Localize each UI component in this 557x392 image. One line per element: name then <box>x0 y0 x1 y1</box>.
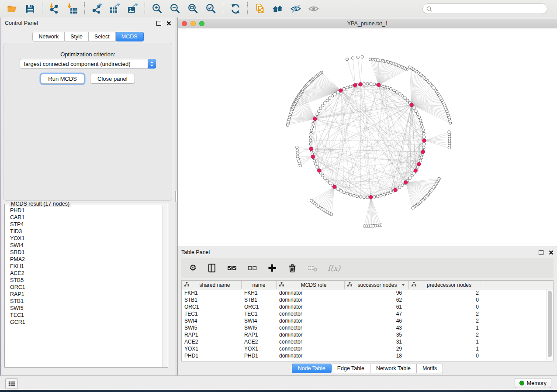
control-panel-header: Control Panel <box>1 17 175 29</box>
table-row[interactable]: STB1STB1dominator620 <box>182 296 553 303</box>
delete-row-icon[interactable] <box>287 263 297 273</box>
save-session-icon[interactable] <box>24 3 36 15</box>
table-row[interactable]: PHD1PHD1dominator180 <box>182 352 553 359</box>
table-row[interactable]: TEC1TEC1connector472 <box>182 310 553 317</box>
tab-motifs[interactable]: Motifs <box>417 364 443 373</box>
mcds-result-item[interactable]: TEC1 <box>10 312 162 319</box>
tab-edge-table[interactable]: Edge Table <box>332 364 370 373</box>
optimization-criterion-label: Optimization criterion: <box>4 51 172 58</box>
mcds-result-item[interactable]: YOX1 <box>10 235 162 242</box>
column-header-shared-name[interactable]: shared name <box>182 281 242 289</box>
float-panel-icon[interactable] <box>539 250 543 255</box>
mcds-result-item[interactable]: FKH1 <box>10 263 162 270</box>
optimization-criterion-select[interactable]: largest connected component (undirected) <box>20 59 156 69</box>
import-table-icon[interactable] <box>66 3 78 15</box>
sort-desc-icon <box>401 284 405 286</box>
select-stepper-icon <box>148 59 156 69</box>
export-image-icon[interactable] <box>127 3 138 15</box>
tab-network[interactable]: Network <box>32 32 65 41</box>
mcds-result-item[interactable]: PMA2 <box>10 256 162 263</box>
panel-splitter[interactable] <box>175 17 178 375</box>
import-network-icon[interactable] <box>48 3 60 15</box>
first-neighbors-icon[interactable] <box>272 3 284 15</box>
mcds-list-scrollbar[interactable] <box>162 205 167 367</box>
mcds-result-item[interactable]: SRD1 <box>10 249 162 256</box>
tab-network-table[interactable]: Network Table <box>370 364 417 373</box>
tab-select[interactable]: Select <box>89 32 116 41</box>
table-row[interactable]: YOX1YOX1connector291 <box>182 345 553 352</box>
table-row[interactable]: FKH1FKH1dominator962 <box>182 289 553 296</box>
table-row[interactable]: SWI5SWI5connector431 <box>182 324 553 331</box>
cell-successor-nodes: 61 <box>345 304 409 310</box>
add-row-icon[interactable] <box>267 263 277 273</box>
cell-MCDS-role: dominator <box>277 318 345 324</box>
zoom-in-icon[interactable] <box>151 3 163 15</box>
copy-document-icon[interactable] <box>254 3 266 15</box>
mcds-result-group: MCDS result (17 nodes) PHD1CAR1STP4TID3Y… <box>4 204 168 368</box>
zoom-out-icon[interactable] <box>169 3 181 15</box>
zoom-selected-icon[interactable] <box>205 3 217 15</box>
export-network-icon[interactable] <box>91 3 103 15</box>
network-window-titlebar[interactable]: YPA_prune.txt_1 <box>178 19 557 28</box>
mcds-result-item[interactable]: ORC1 <box>10 284 162 291</box>
column-header-predecessor-nodes[interactable]: predecessor nodes <box>409 281 483 289</box>
select-all-checkboxes-icon[interactable] <box>227 263 237 273</box>
refresh-icon[interactable] <box>229 3 241 15</box>
mcds-result-item[interactable]: SWI4 <box>10 242 162 249</box>
mcds-result-item[interactable]: PHD1 <box>10 207 162 214</box>
mcds-result-list[interactable]: PHD1CAR1STP4TID3YOX1SWI4SRD1PMA2FKH1ACE2… <box>5 207 162 367</box>
desktop-wallpaper-strip <box>0 390 557 392</box>
cell-successor-nodes: 35 <box>345 332 409 338</box>
mcds-result-item[interactable]: SWI5 <box>10 305 162 312</box>
table-row[interactable]: ACE2ACE2connector311 <box>182 338 553 345</box>
mcds-result-item[interactable]: ACE2 <box>10 270 162 277</box>
hide-selected-icon[interactable] <box>290 3 301 15</box>
scrollbar-thumb[interactable] <box>548 291 552 357</box>
cell-predecessor-nodes: 0 <box>409 304 483 310</box>
network-canvas[interactable] <box>178 28 557 246</box>
toolbar-group <box>85 3 145 15</box>
table-row[interactable]: ORC1ORC1dominator610 <box>182 303 553 310</box>
network-graph[interactable] <box>178 28 557 246</box>
settings-gear-icon[interactable]: ⚙ <box>189 263 197 273</box>
cell-predecessor-nodes: 1 <box>409 325 483 331</box>
table-row[interactable]: SWI4SWI4dominator462 <box>182 317 553 324</box>
close-panel-icon[interactable] <box>166 21 171 26</box>
splitter-handle[interactable] <box>175 191 177 202</box>
window-close-icon[interactable] <box>182 21 187 26</box>
table-panel-title: Table Panel <box>181 249 539 255</box>
mcds-result-item[interactable]: GCR1 <box>10 319 162 326</box>
column-header-name[interactable]: name <box>242 281 277 289</box>
mcds-result-item[interactable]: STB1 <box>10 298 162 305</box>
column-header-successor-nodes[interactable]: successor nodes <box>345 281 409 289</box>
panel-list-button[interactable] <box>5 378 18 389</box>
search-field[interactable] <box>422 3 547 14</box>
deselect-all-checkboxes-icon[interactable] <box>247 263 257 273</box>
window-minimize-icon[interactable] <box>190 21 196 26</box>
close-panel-icon[interactable] <box>549 250 554 255</box>
function-builder-icon: f(x) <box>328 263 340 273</box>
tab-style[interactable]: Style <box>65 32 89 41</box>
table-scrollbar[interactable] <box>547 289 553 361</box>
search-input[interactable] <box>435 5 543 12</box>
mcds-result-item[interactable]: STB5 <box>10 277 162 284</box>
table-row[interactable]: RAP1RAP1dominator352 <box>182 331 553 338</box>
mcds-result-item[interactable]: CAR1 <box>10 214 162 221</box>
float-panel-icon[interactable] <box>156 21 161 26</box>
memory-button[interactable]: Memory <box>515 378 551 388</box>
tab-node-table[interactable]: Node Table <box>292 364 332 373</box>
window-maximize-icon[interactable] <box>199 21 204 26</box>
control-panel: Control Panel NetworkStyleSelectMCDS Opt… <box>1 17 175 375</box>
zoom-fit-icon[interactable] <box>187 3 199 15</box>
column-header-MCDS-role[interactable]: MCDS role <box>277 281 345 289</box>
mcds-result-item[interactable]: RAP1 <box>10 291 162 298</box>
show-column-icon[interactable] <box>207 263 217 273</box>
show-all-icon[interactable] <box>308 3 319 15</box>
mcds-result-item[interactable]: TID3 <box>10 228 162 235</box>
close-panel-button[interactable]: Close panel <box>90 74 135 84</box>
mcds-result-item[interactable]: STP4 <box>10 221 162 228</box>
open-file-icon[interactable] <box>6 3 18 15</box>
tab-mcds[interactable]: MCDS <box>116 32 144 41</box>
export-table-icon[interactable] <box>109 3 121 15</box>
run-mcds-button[interactable]: Run MCDS <box>41 74 84 84</box>
